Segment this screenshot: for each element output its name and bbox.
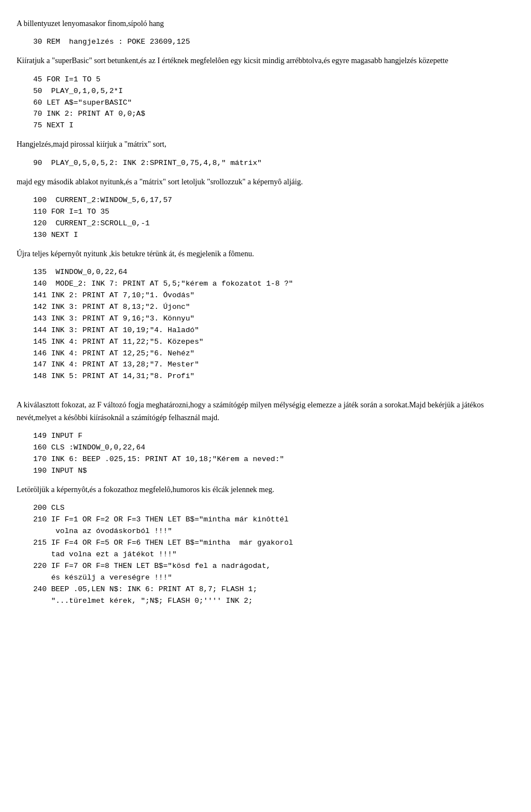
code-block-3: 90 PLAY_0,5,0,5,2: INK 2:SPRINT_0,75,4,8… (33, 158, 514, 169)
prose-block-7: Letöröljük a képernyôt,és a fokozathoz m… (17, 484, 514, 496)
code-line: 190 INPUT N$ (33, 466, 514, 477)
code-line: 142 INK 3: PRINT AT 8,13;"2. Újonc" (33, 302, 514, 313)
code-line: "...türelmet kérek, ";N$; FLASH 0;'''' I… (33, 596, 514, 607)
code-line: 210 IF F=1 OR F=2 OR F=3 THEN LET B$="mi… (33, 514, 514, 526)
code-line: 60 LET A$="superBASIC" (33, 97, 514, 109)
code-block-6: 149 INPUT F 160 CLS :WINDOW_0,0,22,64 17… (33, 431, 514, 477)
code-block-4: 100 CURRENT_2:WINDOW_5,6,17,57 110 FOR I… (33, 195, 514, 241)
code-line: 100 CURRENT_2:WINDOW_5,6,17,57 (33, 195, 514, 206)
code-line: 220 IF F=7 OR F=8 THEN LET B$="kösd fel … (33, 561, 514, 572)
code-line: 215 IF F=4 OR F=5 OR F=6 THEN LET B$="mi… (33, 537, 514, 549)
intro-text-1: A billentyuzet lenyomasakor finom,sípoló… (17, 18, 514, 30)
code-line: 147 INK 4: PRINT AT 13,28;"7. Mester" (33, 359, 514, 371)
code-line: 145 INK 4: PRINT AT 11,22;"5. Közepes" (33, 337, 514, 348)
code-line: 110 FOR I=1 TO 35 (33, 206, 514, 218)
prose-block-4: majd egy második ablakot nyitunk,és a "m… (17, 176, 514, 188)
code-line: 143 INK 3: PRINT AT 9,16;"3. Könnyu" (33, 313, 514, 325)
code-block-1: 30 REM hangjelzés : POKE 23609,125 (33, 37, 514, 48)
code-line: 148 INK 5: PRINT AT 14,31;"8. Profi" (33, 371, 514, 382)
code-block-7: 200 CLS 210 IF F=1 OR F=2 OR F=3 THEN LE… (33, 503, 514, 607)
code-line: 160 CLS :WINDOW_0,0,22,64 (33, 442, 514, 454)
code-line: 240 BEEP .05,LEN N$: INK 6: PRINT AT 8,7… (33, 584, 514, 596)
code-line: és készülj a vereségre !!!" (33, 572, 514, 584)
code-block-5: 135 WINDOW_0,0,22,64 140 MODE_2: INK 7: … (33, 267, 514, 382)
prose-block-2: Kiíratjuk a "superBasic" sort betunkent,… (17, 55, 514, 67)
code-line: 75 NEXT I (33, 120, 514, 132)
prose-block-3: Hangjelzés,majd pirossal kiírjuk a "mátr… (17, 138, 514, 151)
code-line: 149 INPUT F (33, 431, 514, 442)
code-block-2: 45 FOR I=1 TO 5 50 PLAY_0,1,0,5,2*I 60 L… (33, 74, 514, 132)
code-line: 45 FOR I=1 TO 5 (33, 74, 514, 86)
code-line: 70 INK 2: PRINT AT 0,0;A$ (33, 108, 514, 120)
code-line: volna az óvodáskorból !!!" (33, 526, 514, 537)
prose-block-5: Újra teljes képernyôt nyitunk ,kis betuk… (17, 248, 514, 260)
code-line: 90 PLAY_0,5,0,5,2: INK 2:SPRINT_0,75,4,8… (33, 158, 514, 169)
code-line: 141 INK 2: PRINT AT 7,10;"1. Óvodás" (33, 290, 514, 302)
code-line: 135 WINDOW_0,0,22,64 (33, 267, 514, 278)
code-line: 140 MODE_2: INK 7: PRINT AT 5,5;"kérem a… (33, 278, 514, 290)
code-line: 120 CURRENT_2:SCROLL_0,-1 (33, 218, 514, 230)
code-line: tad volna ezt a játékot !!!" (33, 549, 514, 561)
code-line: 170 INK 6: BEEP .025,15: PRINT AT 10,18;… (33, 454, 514, 466)
prose-block-6: A kiválasztott fokozat, az F változó fog… (17, 399, 514, 424)
page-content: A billentyuzet lenyomasakor finom,sípoló… (17, 18, 514, 607)
code-line: 50 PLAY_0,1,0,5,2*I (33, 86, 514, 97)
code-line: 144 INK 3: PRINT AT 10,19;"4. Haladó" (33, 325, 514, 337)
code-line: 130 NEXT I (33, 230, 514, 241)
code-line: 146 INK 4: PRINT AT 12,25;"6. Nehéz" (33, 348, 514, 360)
code-line: 200 CLS (33, 503, 514, 514)
code-line: 30 REM hangjelzés : POKE 23609,125 (33, 37, 514, 48)
